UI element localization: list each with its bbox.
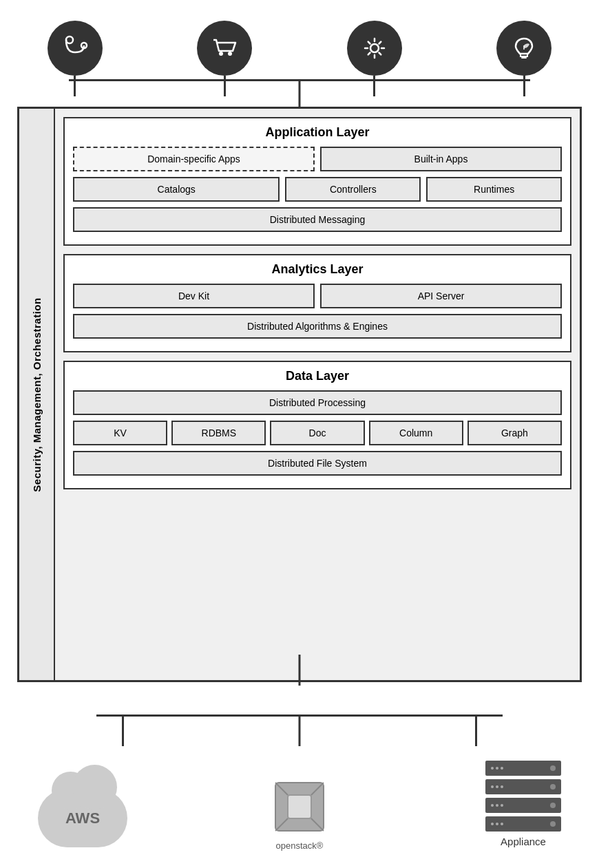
- side-label-text: Security, Management, Orchestration: [31, 297, 43, 491]
- server-dot: [501, 767, 503, 770]
- svg-rect-6: [288, 795, 311, 818]
- icon-item-gear: [347, 21, 402, 96]
- messaging-cell: Distributed Messaging: [73, 207, 562, 232]
- main-architecture-box: Security, Management, Orchestration Appl…: [17, 107, 582, 682]
- svg-point-2: [219, 52, 223, 56]
- openstack-cube-icon: [269, 776, 330, 838]
- top-connector-down: [299, 79, 301, 107]
- builtin-apps-cell: Built-in Apps: [320, 147, 562, 171]
- server-dot: [496, 767, 498, 770]
- doc-cell: Doc: [270, 421, 364, 445]
- aws-label: AWS: [65, 809, 100, 827]
- server-unit-3: [485, 798, 561, 813]
- analytics-layer: Analytics Layer Dev Kit API Server Distr…: [63, 254, 571, 352]
- icon-item-medical: [48, 21, 103, 96]
- cart-icon: [197, 21, 252, 76]
- bottom-right-drop: [475, 717, 477, 746]
- analytics-row-1: Dev Kit API Server: [73, 284, 562, 308]
- app-row-1: Domain-specific Apps Built-in Apps: [73, 147, 562, 171]
- svg-point-4: [370, 44, 379, 52]
- server-dot: [491, 785, 494, 788]
- app-row-2: Catalogs Controllers Runtimes: [73, 177, 562, 202]
- bulb-icon: [496, 21, 551, 76]
- server-unit-2: [485, 779, 561, 794]
- server-dot: [491, 767, 494, 770]
- catalogs-cell: Catalogs: [73, 177, 280, 202]
- column-cell: Column: [369, 421, 463, 445]
- diagram: Security, Management, Orchestration Appl…: [0, 0, 599, 868]
- side-label-container: Security, Management, Orchestration: [19, 109, 55, 680]
- processing-cell: Distributed Processing: [73, 390, 562, 415]
- appliance-container: Appliance: [485, 761, 561, 847]
- server-stack: [485, 761, 561, 832]
- data-row-1: Distributed Processing: [73, 390, 562, 415]
- server-dot: [491, 823, 494, 825]
- server-dot: [501, 804, 503, 807]
- data-layer-title: Data Layer: [73, 369, 562, 383]
- server-dot: [491, 804, 494, 807]
- data-row-2: KV RDBMS Doc Column Graph: [73, 421, 562, 445]
- application-layer-title: Application Layer: [73, 125, 562, 140]
- rdbms-cell: RDBMS: [171, 421, 266, 445]
- svg-point-0: [66, 36, 73, 43]
- bottom-center-drop: [299, 717, 301, 746]
- controllers-cell: Controllers: [285, 177, 421, 202]
- runtimes-cell: Runtimes: [426, 177, 562, 202]
- application-layer: Application Layer Domain-specific Apps B…: [63, 117, 571, 246]
- medical-icon: [48, 21, 103, 76]
- data-row-3: Distributed File System: [73, 451, 562, 476]
- data-layer: Data Layer Distributed Processing KV RDB…: [63, 361, 571, 489]
- gear-icon: [347, 21, 402, 76]
- server-dot: [501, 823, 503, 825]
- icon-item-bulb: [496, 21, 551, 96]
- app-row-3: Distributed Messaging: [73, 207, 562, 232]
- icon-item-cart: [197, 21, 252, 96]
- openstack-container: openstack®: [269, 776, 330, 851]
- domain-apps-cell: Domain-specific Apps: [73, 147, 315, 171]
- layers-container: Application Layer Domain-specific Apps B…: [55, 109, 580, 680]
- openstack-label: openstack®: [276, 840, 324, 851]
- server-dot: [496, 823, 498, 825]
- file-system-cell: Distributed File System: [73, 451, 562, 476]
- server-dot: [501, 785, 503, 788]
- server-dot: [496, 785, 498, 788]
- server-unit-1: [485, 761, 561, 776]
- graph-cell: Graph: [467, 421, 562, 445]
- server-unit-4: [485, 816, 561, 832]
- bottom-connector-up: [299, 655, 301, 686]
- server-dot: [496, 804, 498, 807]
- bottom-left-drop: [122, 717, 124, 746]
- aws-cloud: AWS: [38, 789, 127, 847]
- api-server-cell: API Server: [320, 284, 562, 308]
- aws-container: AWS: [38, 789, 127, 847]
- algorithms-cell: Distributed Algorithms & Engines: [73, 314, 562, 339]
- svg-point-3: [228, 52, 232, 56]
- analytics-row-2: Distributed Algorithms & Engines: [73, 314, 562, 339]
- kv-cell: KV: [73, 421, 167, 445]
- dev-kit-cell: Dev Kit: [73, 284, 315, 308]
- appliance-label: Appliance: [501, 836, 546, 847]
- analytics-layer-title: Analytics Layer: [73, 262, 562, 277]
